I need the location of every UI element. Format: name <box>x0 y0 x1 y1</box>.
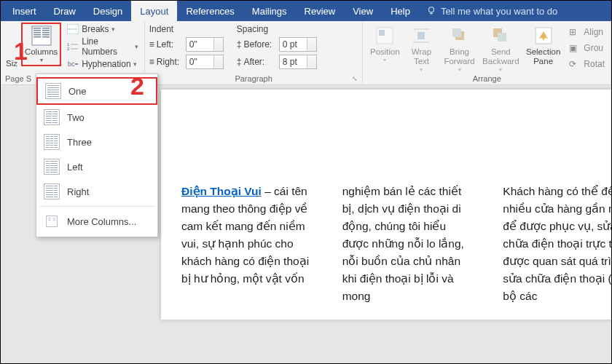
two-label: Two <box>67 112 85 123</box>
svg-rect-22 <box>417 32 425 39</box>
paragraph-group-label: Paragraph <box>145 74 363 83</box>
text-column-1: Điện Thoại Vui – cái tên mang theo thông… <box>181 183 315 305</box>
hyphenation-label: Hyphenation <box>82 59 130 69</box>
left-label-dd: Left <box>67 162 83 173</box>
tab-layout[interactable]: Layout <box>131 1 177 21</box>
selection-pane-label: Selection Pane <box>526 47 560 66</box>
spacing-before-icon: ‡ <box>237 39 242 50</box>
indent-left-icon: ≡ <box>149 39 154 50</box>
document-page[interactable]: Điện Thoại Vui – cái tên mang theo thông… <box>161 90 611 320</box>
svg-rect-10 <box>42 34 50 36</box>
more-columns-label: More Columns... <box>67 216 136 227</box>
svg-rect-6 <box>34 36 41 38</box>
tab-design[interactable]: Design <box>85 1 131 21</box>
bring-forward-label: Bring Forward <box>443 47 475 66</box>
rotate-button[interactable]: ⟳Rotat <box>568 58 606 70</box>
group-icon: ▣ <box>569 43 581 53</box>
indent-right-icon: ≡ <box>149 57 154 67</box>
align-button[interactable]: ⊞Align <box>568 26 606 38</box>
tab-references[interactable]: References <box>177 1 243 21</box>
indent-left-value: 0" <box>189 39 197 50</box>
bring-forward-button[interactable]: Bring Forward▾ <box>440 24 478 75</box>
spacing-before-input[interactable]: 0 pt <box>279 37 317 52</box>
svg-rect-3 <box>34 30 41 31</box>
position-icon <box>374 25 395 46</box>
columns-option-three[interactable]: Three <box>36 130 157 154</box>
columns-option-left[interactable]: Left <box>36 154 157 179</box>
breaks-icon <box>67 24 79 34</box>
position-button[interactable]: Position▾ <box>367 24 402 65</box>
columns-label: Columns <box>25 47 58 57</box>
two-column-icon <box>44 109 60 125</box>
align-icon: ⊞ <box>569 27 581 37</box>
indent-right-value: 0" <box>189 57 197 67</box>
one-label: One <box>68 86 87 97</box>
indent-left-input[interactable]: 0" <box>186 37 224 52</box>
right-label-dd: Right <box>67 186 89 197</box>
spacing-before-value: 0 pt <box>283 39 297 50</box>
col1-text: – cái tên mang theo thông điệp về cam kế… <box>181 185 309 285</box>
columns-option-two[interactable]: Two <box>36 105 157 130</box>
rotate-label: Rotat <box>584 59 605 69</box>
tab-bar: Insert Draw Design Layout References Mai… <box>1 1 611 21</box>
spacing-heading: Spacing <box>237 24 317 34</box>
svg-rect-2 <box>34 28 41 29</box>
line-numbers-label: Line Numbers <box>82 36 133 57</box>
columns-icon <box>31 25 52 46</box>
svg-rect-5 <box>34 34 41 36</box>
chevron-down-icon: ▾ <box>40 57 43 63</box>
group-label: Grou <box>584 43 603 53</box>
svg-rect-9 <box>42 32 50 33</box>
tab-draw[interactable]: Draw <box>45 1 85 21</box>
svg-point-0 <box>428 7 434 12</box>
right-column-icon <box>44 183 60 199</box>
left-column-icon <box>44 159 60 175</box>
annotation-1: 1 <box>14 37 28 66</box>
svg-rect-11 <box>42 36 50 38</box>
tab-help[interactable]: Help <box>382 1 419 21</box>
columns-option-right[interactable]: Right <box>36 179 157 204</box>
send-backward-button[interactable]: Send Backward▾ <box>480 24 522 75</box>
svg-text:2: 2 <box>67 47 70 51</box>
svg-rect-21 <box>379 30 385 36</box>
selection-pane-button[interactable]: Selection Pane <box>523 24 563 68</box>
tab-insert[interactable]: Insert <box>4 1 45 21</box>
arrange-group-label: Arrange <box>363 74 611 83</box>
svg-rect-8 <box>42 30 50 31</box>
tell-me-label: Tell me what you want to do <box>441 6 557 17</box>
svg-rect-4 <box>34 32 41 33</box>
hyphenation-button[interactable]: bc Hyphenation▾ <box>66 58 140 70</box>
position-label: Position <box>370 47 400 57</box>
selection-pane-icon <box>533 25 554 46</box>
more-columns-button[interactable]: More Columns... <box>36 209 157 234</box>
paragraph-launcher[interactable]: ⤡ <box>352 75 359 82</box>
group-button[interactable]: ▣Grou <box>568 42 606 54</box>
wrap-text-icon <box>411 25 431 46</box>
tab-review[interactable]: Review <box>296 1 345 21</box>
line-numbers-button[interactable]: 12 Line Numbers▾ <box>66 36 140 58</box>
svg-rect-26 <box>452 28 461 37</box>
tab-view[interactable]: View <box>344 1 382 21</box>
bring-forward-icon <box>450 25 470 46</box>
send-backward-icon <box>490 25 511 46</box>
send-backward-label: Send Backward <box>482 47 519 66</box>
tab-mailings[interactable]: Mailings <box>243 1 296 21</box>
hyperlink[interactable]: Điện Thoại Vui <box>181 185 262 197</box>
svg-rect-28 <box>498 33 506 41</box>
more-columns-icon <box>44 213 60 229</box>
indent-right-input[interactable]: 0" <box>186 55 224 69</box>
annotation-2: 2 <box>130 72 144 100</box>
rotate-icon: ⟳ <box>569 59 581 69</box>
tell-me-search[interactable]: Tell me what you want to do <box>426 6 557 17</box>
left-label: Left: <box>157 39 173 50</box>
spacing-after-value: 8 pt <box>283 57 297 67</box>
right-label: Right: <box>157 57 179 67</box>
breaks-button[interactable]: Breaks▾ <box>66 23 140 35</box>
svg-rect-30 <box>47 216 58 227</box>
dropdown-separator <box>39 206 154 207</box>
wrap-text-button[interactable]: Wrap Text▾ <box>404 24 439 75</box>
spacing-after-input[interactable]: 8 pt <box>279 55 317 69</box>
hyphenation-icon: bc <box>67 59 79 69</box>
three-label: Three <box>67 137 92 148</box>
spacing-after-icon: ‡ <box>237 57 242 67</box>
